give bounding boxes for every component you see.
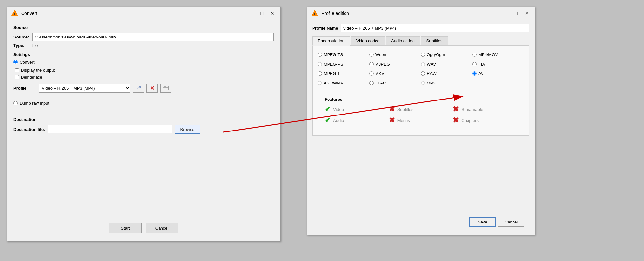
destination-section-label: Destination	[13, 117, 274, 122]
profile-close-btn[interactable]: ✕	[523, 10, 531, 16]
source-section-label: Source	[13, 25, 274, 30]
option-avi: AVI	[472, 71, 524, 76]
tab-subtitles[interactable]: Subtitles	[421, 36, 448, 45]
audio-check-icon: ✔	[325, 117, 330, 124]
cancel-convert-button[interactable]: Cancel	[146, 223, 178, 233]
radio-flac[interactable]	[369, 81, 374, 85]
profile-delete-btn[interactable]: ✕	[146, 84, 158, 93]
radio-webm[interactable]	[369, 53, 374, 57]
type-value: file	[32, 43, 38, 48]
cancel-profile-button[interactable]: Cancel	[498, 217, 524, 227]
profile-minimize-btn[interactable]: —	[501, 10, 510, 16]
subtitles-cross-icon: ✖	[389, 106, 395, 113]
convert-title: Convert	[21, 11, 37, 16]
option-ogg-ogm: Ogg/Ogm	[421, 52, 472, 57]
option-mkv: MKV	[369, 71, 421, 76]
profile-name-field-label: Profile Name	[312, 26, 338, 31]
radio-mp4-mov[interactable]	[472, 53, 477, 57]
source-input[interactable]	[32, 33, 274, 41]
new-profile-icon	[163, 85, 169, 91]
profile-edition-title: Profile edition	[321, 11, 349, 16]
convert-maximize-btn[interactable]: □	[259, 10, 265, 16]
svg-rect-7	[314, 13, 315, 15]
streamable-label: Streamable	[461, 107, 483, 112]
convert-radio-label: Convert	[20, 60, 35, 65]
source-field-label: Source:	[13, 35, 30, 39]
profile-new-btn[interactable]	[160, 84, 171, 93]
option-flv: FLV	[472, 62, 524, 67]
video-label: Video	[333, 107, 344, 112]
start-button[interactable]: Start	[109, 223, 142, 233]
profile-select[interactable]: Video – H.265 + MP3 (MP4)	[39, 84, 130, 93]
profile-edition-content: Profile Name Encapsulation Video codec A…	[307, 20, 535, 235]
encapsulation-options: MPEG-TS Webm Ogg/Ogm MP4/MOV	[318, 52, 524, 85]
encapsulation-panel: MPEG-TS Webm Ogg/Ogm MP4/MOV	[312, 46, 529, 136]
option-mpeg1: MPEG 1	[318, 71, 369, 76]
radio-mpeg-ts[interactable]	[318, 53, 322, 57]
feature-chapters: ✖ Chapters	[453, 117, 517, 124]
chapters-cross-icon: ✖	[453, 117, 459, 124]
subtitles-label: Subtitles	[397, 107, 414, 112]
option-mjpeg: MJPEG	[369, 62, 421, 67]
radio-mpeg-ps[interactable]	[318, 62, 322, 66]
feature-subtitles: ✖ Subtitles	[389, 106, 453, 113]
radio-ogg-ogm[interactable]	[421, 53, 425, 57]
option-mpeg-ts: MPEG-TS	[318, 52, 369, 57]
wrench-icon	[135, 85, 141, 91]
convert-close-btn[interactable]: ✕	[268, 10, 276, 16]
convert-bottom-buttons: Start Cancel	[13, 218, 274, 236]
profile-edit-btn[interactable]	[133, 84, 144, 93]
radio-raw[interactable]	[421, 71, 425, 76]
radio-avi[interactable]	[472, 71, 477, 76]
deinterlace-label: Deinterlace	[21, 75, 42, 80]
features-box: Features ✔ Video ✖ Subtitles ✖ Streamabl	[318, 92, 524, 129]
dump-radio[interactable]	[13, 101, 18, 105]
vlc-icon	[11, 9, 19, 17]
option-asf-wmv: ASF/WMV	[318, 81, 369, 85]
streamable-cross-icon: ✖	[453, 106, 459, 113]
option-wav: WAV	[421, 62, 472, 67]
option-mp3: MP3	[421, 81, 472, 85]
profile-name-input[interactable]	[341, 24, 529, 32]
radio-flv[interactable]	[472, 62, 477, 66]
radio-asf-wmv[interactable]	[318, 81, 322, 85]
convert-content: Source Source: Type: file Settings Conve…	[7, 20, 280, 241]
menus-label: Menus	[397, 118, 410, 123]
save-button[interactable]: Save	[469, 217, 496, 227]
profile-titlebar: Profile edition — □ ✕	[307, 7, 535, 20]
chapters-label: Chapters	[461, 118, 479, 123]
deinterlace-checkbox[interactable]	[15, 75, 19, 79]
convert-minimize-btn[interactable]: —	[247, 10, 255, 16]
convert-radio[interactable]	[13, 60, 18, 64]
feature-audio: ✔ Audio	[325, 117, 389, 124]
video-check-icon: ✔	[325, 106, 330, 113]
destination-section: Destination Destination file: Browse	[13, 113, 274, 134]
audio-label: Audio	[333, 118, 344, 123]
convert-window: Convert — □ ✕ Source Source: Type: file	[7, 7, 281, 241]
display-output-label: Display the output	[21, 68, 55, 73]
option-raw: RAW	[421, 71, 472, 76]
option-flac: FLAC	[369, 81, 421, 85]
radio-mpeg1[interactable]	[318, 71, 322, 76]
tab-audio-codec[interactable]: Audio codec	[386, 36, 420, 45]
svg-rect-1	[14, 13, 15, 15]
menus-cross-icon: ✖	[389, 117, 395, 124]
option-webm: Webm	[369, 52, 421, 57]
radio-wav[interactable]	[421, 62, 425, 66]
tab-encapsulation[interactable]: Encapsulation	[312, 36, 350, 46]
feature-menus: ✖ Menus	[389, 117, 453, 124]
settings-section-label: Settings	[13, 52, 274, 57]
profile-label: Profile	[13, 86, 36, 91]
radio-mkv[interactable]	[369, 71, 374, 76]
profile-tabs: Encapsulation Video codec Audio codec Su…	[312, 36, 529, 46]
features-grid: ✔ Video ✖ Subtitles ✖ Streamable ✔	[325, 106, 517, 124]
tab-video-codec[interactable]: Video codec	[351, 36, 385, 45]
radio-mjpeg[interactable]	[369, 62, 374, 66]
radio-mp3[interactable]	[421, 81, 425, 85]
destination-input[interactable]	[48, 125, 172, 133]
source-section: Source Source: Type: file	[13, 25, 274, 52]
profile-maximize-btn[interactable]: □	[513, 10, 520, 16]
browse-button[interactable]: Browse	[175, 125, 200, 134]
display-output-checkbox[interactable]	[15, 68, 19, 72]
profile-bottom-buttons: Save Cancel	[312, 213, 529, 231]
